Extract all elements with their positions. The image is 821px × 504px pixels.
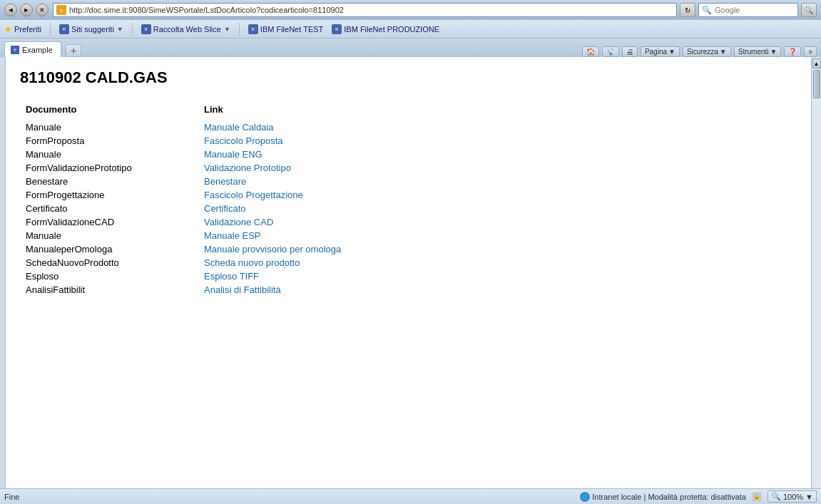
zoom-dropdown-icon: ▼ xyxy=(805,493,813,501)
address-text: http://doc.sime.it:9080/SimeWSPortale/Ls… xyxy=(69,6,344,14)
search-input[interactable] xyxy=(715,6,795,14)
table-row: FormValidazioneCADValidazione CAD xyxy=(20,215,797,229)
doc-name-cell: Manuale xyxy=(20,229,198,242)
security-menu-dropdown-icon: ▼ xyxy=(720,48,727,56)
filenet-test-label: IBM FileNet TEST xyxy=(260,25,323,34)
col-link: Link xyxy=(198,101,797,120)
web-slice-label: Raccolta Web Slice xyxy=(153,25,221,34)
security-status-text: Intranet locale | Modalità protetta: dis… xyxy=(592,493,746,501)
doc-link-cell: Manuale ESP xyxy=(198,229,797,242)
page-menu-button[interactable]: Pagina ▼ xyxy=(641,46,680,57)
tools-menu-dropdown-icon: ▼ xyxy=(770,48,777,56)
doc-link[interactable]: Analisi di Fattibilità xyxy=(204,284,281,295)
doc-link-cell: Manuale provvisorio per omologa xyxy=(198,242,797,256)
doc-link[interactable]: Fascicolo Progettazione xyxy=(204,190,303,200)
title-bar: ◄ ► ✕ e http://doc.sime.it:9080/SimeWSPo… xyxy=(0,0,821,20)
filenet-prod-button[interactable]: e IBM FileNet PRODUZIONE xyxy=(332,24,439,34)
left-border xyxy=(0,57,6,488)
tab-right-controls: 🏠 📡 🖨 Pagina ▼ Sicurezza ▼ Strumenti ▼ ❓… xyxy=(582,46,817,57)
favorites-button[interactable]: ★ Preferiti xyxy=(4,24,41,34)
tab-example[interactable]: e Example xyxy=(4,41,61,57)
table-row: BenestareBenestare xyxy=(20,175,797,188)
print-button[interactable]: 🖨 xyxy=(622,46,638,57)
globe-icon: 🌐 xyxy=(580,492,590,502)
search-box[interactable]: 🔍 xyxy=(698,3,798,17)
doc-link-cell: Scheda nuovo prodotto xyxy=(198,256,797,269)
new-tab-button[interactable]: + xyxy=(66,44,81,57)
doc-name-cell: Certificato xyxy=(20,202,198,215)
address-icon: e xyxy=(56,5,66,15)
doc-link[interactable]: Manuale ESP xyxy=(204,230,261,241)
address-bar-row: e http://doc.sime.it:9080/SimeWSPortale/… xyxy=(53,3,817,17)
table-row: CertificatoCertificato xyxy=(20,202,797,215)
security-menu-label: Sicurezza xyxy=(687,48,718,56)
doc-name-cell: Esploso xyxy=(20,269,198,283)
close-button[interactable]: ✕ xyxy=(36,4,49,16)
help-button[interactable]: ❓ xyxy=(784,46,801,57)
doc-link[interactable]: Validazione CAD xyxy=(204,217,273,227)
doc-link-cell: Fascicolo Progettazione xyxy=(198,188,797,202)
browser-window: ◄ ► ✕ e http://doc.sime.it:9080/SimeWSPo… xyxy=(0,0,821,504)
document-table: Documento Link ManualeManuale CaldaiaFor… xyxy=(20,101,797,297)
more-button[interactable]: » xyxy=(804,46,817,57)
doc-name-cell: AnalisiFattibilit xyxy=(20,283,198,297)
zoom-level: 100% xyxy=(783,493,803,501)
doc-link-cell: Manuale ENG xyxy=(198,148,797,161)
web-slice-dropdown-icon: ▼ xyxy=(224,26,230,33)
doc-name-cell: FormProposta xyxy=(20,134,198,148)
table-row: ManualeperOmologaManuale provvisorio per… xyxy=(20,242,797,256)
doc-link[interactable]: Certificato xyxy=(204,203,246,214)
doc-link[interactable]: Fascicolo Proposta xyxy=(204,135,283,146)
zoom-control[interactable]: 🔍 100% ▼ xyxy=(768,490,817,503)
doc-name-cell: Manuale xyxy=(20,120,198,134)
doc-link-cell: Analisi di Fattibilità xyxy=(198,283,797,297)
doc-link[interactable]: Scheda nuovo prodotto xyxy=(204,257,300,268)
doc-name-cell: Benestare xyxy=(20,175,198,188)
toolbar-separator-2 xyxy=(132,23,133,36)
doc-link-cell: Validazione Prototipo xyxy=(198,161,797,175)
status-ready-text: Fine xyxy=(4,493,61,501)
scrollbar[interactable]: ▲ xyxy=(811,57,821,488)
star-icon: ★ xyxy=(4,24,12,34)
doc-link[interactable]: Validazione Prototipo xyxy=(204,163,291,173)
tools-menu-button[interactable]: Strumenti ▼ xyxy=(734,46,782,57)
page-content: 8110902 CALD.GAS Documento Link ManualeM… xyxy=(6,57,811,488)
doc-name-cell: FormProgettazione xyxy=(20,188,198,202)
web-slice-button[interactable]: e Raccolta Web Slice ▼ xyxy=(141,24,230,34)
zoom-icon: 🔍 xyxy=(771,492,781,501)
tab-bar: e Example + 🏠 📡 🖨 Pagina ▼ Sicurezza ▼ S… xyxy=(0,38,821,57)
toolbar-separator-3 xyxy=(239,23,240,36)
security-menu-button[interactable]: Sicurezza ▼ xyxy=(683,46,731,57)
home-button[interactable]: 🏠 xyxy=(582,46,599,57)
search-button[interactable]: 🔍 xyxy=(801,3,817,17)
filenet-test-button[interactable]: e IBM FileNet TEST xyxy=(248,24,323,34)
refresh-button[interactable]: ↻ xyxy=(680,3,695,17)
forward-button[interactable]: ► xyxy=(20,4,33,16)
address-bar[interactable]: e http://doc.sime.it:9080/SimeWSPortale/… xyxy=(53,3,677,17)
doc-link[interactable]: Manuale Caldaia xyxy=(204,122,274,133)
doc-name-cell: Manuale xyxy=(20,148,198,161)
doc-link-cell: Benestare xyxy=(198,175,797,188)
doc-link[interactable]: Benestare xyxy=(204,176,246,187)
tools-menu-label: Strumenti xyxy=(738,48,769,56)
page-menu-label: Pagina xyxy=(645,48,667,56)
rss-button[interactable]: 📡 xyxy=(602,46,619,57)
doc-link[interactable]: Manuale provvisorio per omologa xyxy=(204,244,341,254)
suggested-sites-dropdown-icon: ▼ xyxy=(117,26,123,33)
suggested-sites-label: Siti suggeriti xyxy=(71,25,114,34)
suggested-sites-button[interactable]: e Siti suggeriti ▼ xyxy=(59,24,123,34)
doc-link-cell: Manuale Caldaia xyxy=(198,120,797,134)
doc-name-cell: FormValidazionePrototipo xyxy=(20,161,198,175)
table-row: FormProgettazioneFascicolo Progettazione xyxy=(20,188,797,202)
scroll-thumb[interactable] xyxy=(813,70,820,98)
scroll-up-button[interactable]: ▲ xyxy=(812,58,821,68)
web-slice-icon: e xyxy=(141,24,151,34)
doc-name-cell: SchedaNuovoProdotto xyxy=(20,256,198,269)
intranet-status: 🌐 Intranet locale | Modalità protetta: d… xyxy=(580,492,746,502)
doc-link[interactable]: Manuale ENG xyxy=(204,149,262,160)
back-button[interactable]: ◄ xyxy=(4,4,17,16)
table-row: ManualeManuale ESP xyxy=(20,229,797,242)
table-row: FormValidazionePrototipoValidazione Prot… xyxy=(20,161,797,175)
filenet-prod-label: IBM FileNet PRODUZIONE xyxy=(344,25,439,34)
doc-link[interactable]: Esploso TIFF xyxy=(204,271,259,282)
